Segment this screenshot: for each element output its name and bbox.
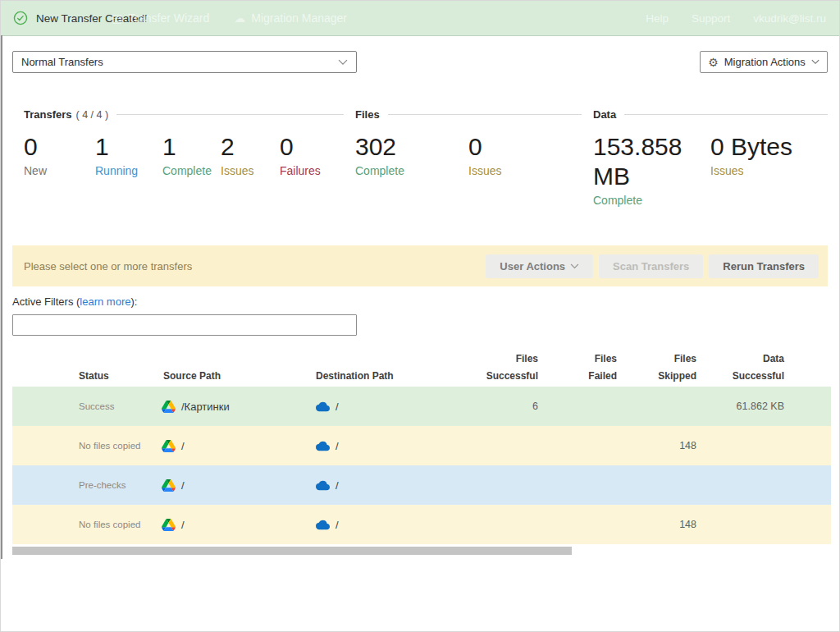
stat-label: New [24, 164, 95, 177]
onedrive-icon [316, 400, 330, 414]
column-header-files-skipped: FilesSkipped [617, 350, 696, 385]
left-edge-border [1, 35, 2, 559]
scrollbar-thumb[interactable] [12, 547, 572, 555]
destination-path-cell: / [316, 400, 459, 414]
rerun-transfers-button[interactable]: Rerun Transfers [709, 254, 819, 278]
column-header-files-successful: FilesSuccessful [459, 350, 538, 385]
stat-new: 0New [24, 132, 95, 177]
transfer-type-select[interactable]: Normal Transfers [12, 51, 357, 73]
column-header-source-path: Source Path [162, 368, 316, 385]
stat-failures: 0Failures [280, 132, 321, 177]
stats-group-header: Files [355, 108, 582, 121]
transfers-table: StatusSource PathDestination PathFilesSu… [12, 342, 831, 544]
files-skipped-cell: 148 [617, 519, 696, 530]
stat-value: 0 Bytes [710, 132, 821, 162]
column-header-files-failed: FilesFailed [538, 350, 617, 385]
onedrive-icon [316, 439, 330, 453]
stat-issues: 0 BytesIssues [710, 132, 828, 207]
divider-line [116, 114, 344, 115]
stat-issues: 2Issues [221, 132, 280, 177]
alert-buttons: User ActionsScan TransfersRerun Transfer… [486, 254, 819, 278]
alert-message: Please select one or more transfers [24, 260, 192, 272]
stat-value: 153.858 MB [593, 132, 704, 191]
stats-group-header: Data [593, 108, 828, 121]
files-skipped-cell: 148 [617, 440, 696, 451]
check-circle-icon [13, 11, 28, 25]
source-path-text: / [181, 479, 185, 492]
source-path-cell: / [162, 479, 316, 492]
chevron-down-icon [338, 59, 348, 66]
active-filters-label: Active Filters (learn more): [12, 295, 828, 308]
table-row[interactable]: Success/Картинки/661.862 KB [12, 387, 831, 426]
stat-label: Running [95, 164, 162, 177]
stats-items: 153.858 MBComplete0 BytesIssues [593, 132, 828, 207]
stats-group-data: Data153.858 MBComplete0 BytesIssues [593, 108, 828, 207]
wizard-icon: ▤ [112, 11, 122, 25]
table-body: Success/Картинки/661.862 KBNo files copi… [12, 387, 831, 544]
source-path-text: /Картинки [181, 401, 230, 413]
stats-group-title: Files [355, 108, 380, 121]
source-path-text: / [181, 440, 185, 452]
column-header-destination-path: Destination Path [316, 368, 459, 385]
destination-path-text: / [336, 519, 339, 531]
gear-icon: ⚙ [708, 57, 719, 68]
source-path-cell: / [162, 518, 316, 532]
status-cell: No files copied [12, 520, 162, 529]
button-label: Rerun Transfers [723, 260, 805, 272]
stat-value: 302 [355, 132, 462, 162]
divider-line [624, 114, 828, 115]
filter-input[interactable] [12, 314, 357, 336]
onedrive-icon [316, 479, 330, 492]
table-row[interactable]: No files copied//148 [12, 426, 831, 465]
stat-label: Complete [593, 194, 704, 207]
stat-complete: 302Complete [355, 132, 468, 177]
status-cell: Success [12, 401, 162, 411]
nav-transfer-wizard[interactable]: ▤ Transfer Wizard [112, 11, 209, 25]
notification-banner: New Transfer Created! ▤ Transfer Wizard … [1, 1, 839, 36]
source-path-text: / [181, 519, 185, 531]
learn-more-link[interactable]: learn more [80, 295, 130, 308]
stats-group-count: ( 4 / 4 ) [76, 109, 109, 121]
stats-group-files: Files302Complete0Issues [355, 108, 593, 207]
data-successful-cell: 61.862 KB [696, 401, 784, 412]
destination-path-cell: / [316, 439, 459, 453]
status-cell: No files copied [12, 441, 162, 451]
destination-path-cell: / [316, 479, 459, 492]
destination-path-cell: / [316, 518, 459, 532]
nav-support[interactable]: Support [692, 12, 730, 25]
stats-group-transfers: Transfers( 4 / 4 )0New1Running1Complete2… [24, 108, 355, 207]
top-nav: ▤ Transfer Wizard ☁ Migration Manager [112, 1, 347, 35]
nav-account-email[interactable]: vkudrik@list.ru [753, 12, 826, 25]
nav-help[interactable]: Help [646, 12, 669, 25]
table-row[interactable]: No files copied//148 [12, 505, 831, 544]
stat-label: Complete [355, 164, 462, 177]
google-drive-icon [162, 479, 176, 492]
table-row[interactable]: Pre-checks// [12, 465, 831, 505]
source-path-cell: /Картинки [162, 400, 316, 414]
column-header-status: Status [12, 368, 162, 385]
stat-running: 1Running [95, 132, 162, 177]
nav-migration-manager[interactable]: ☁ Migration Manager [234, 11, 347, 25]
stat-complete: 1Complete [162, 132, 221, 177]
destination-path-text: / [336, 440, 339, 452]
source-path-cell: / [162, 439, 316, 453]
divider-line [388, 114, 582, 115]
alert-banner: Please select one or more transfers User… [12, 245, 828, 286]
migration-actions-button[interactable]: ⚙ Migration Actions [700, 51, 828, 73]
stat-label: Issues [710, 164, 821, 177]
stats-group-header: Transfers( 4 / 4 ) [24, 108, 344, 121]
button-label: Scan Transfers [613, 260, 689, 272]
stat-value: 1 [95, 132, 162, 162]
scan-transfers-button[interactable]: Scan Transfers [599, 254, 703, 278]
stats-group-title: Transfers [24, 108, 72, 121]
stats-section: Transfers( 4 / 4 )0New1Running1Complete2… [12, 108, 828, 207]
toolbar: Normal Transfers ⚙ Migration Actions [12, 51, 828, 73]
destination-path-text: / [336, 401, 339, 413]
stat-value: 0 [24, 132, 95, 162]
horizontal-scrollbar[interactable] [12, 547, 829, 555]
stats-items: 0New1Running1Complete2Issues0Failures [24, 132, 344, 177]
user-actions-button[interactable]: User Actions [486, 254, 593, 278]
cloud-icon: ☁ [234, 11, 245, 25]
status-cell: Pre-checks [12, 480, 162, 490]
stat-value: 2 [221, 132, 280, 162]
